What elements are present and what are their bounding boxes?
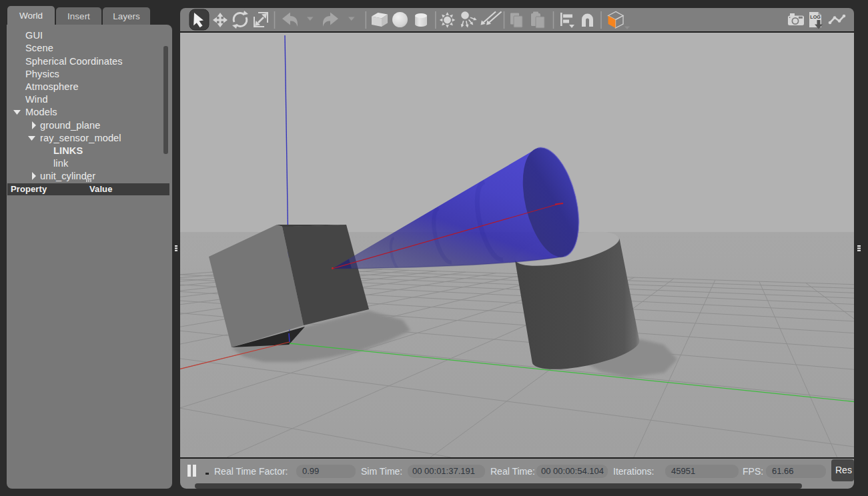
svg-text:LOG: LOG bbox=[810, 14, 821, 20]
